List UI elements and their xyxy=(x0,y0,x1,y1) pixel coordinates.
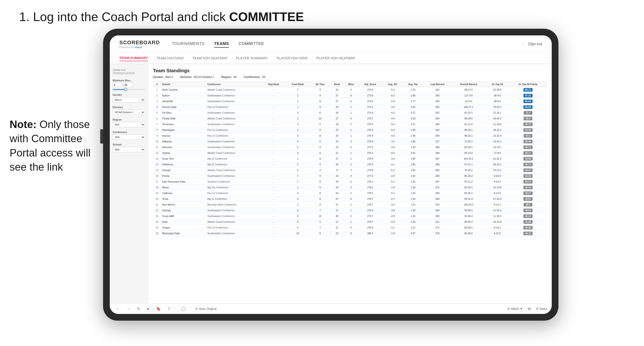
cell-vs25: 8-14-0 xyxy=(486,190,509,196)
col-reg-rank: Reg Rank xyxy=(262,82,285,87)
sub-nav-player-summary[interactable]: PLAYER SUMMARY xyxy=(236,55,268,61)
sub-nav-team-h2h-grid[interactable]: TEAM H2H GRID xyxy=(156,55,184,61)
cell-school: Virginia xyxy=(161,150,206,156)
cell-conference: Atlantic Coast Conference xyxy=(206,219,262,225)
table-row: 9 Arizona Pac-12 Conference — 3 8 23 1 2… xyxy=(153,133,547,139)
cell-overall: 88-17-0 xyxy=(452,87,486,93)
cell-wins: 2 xyxy=(344,190,358,196)
note-text: Note: Only those with Committee Portal a… xyxy=(10,117,96,174)
cell-avg-par: 1.86 xyxy=(403,139,424,145)
gender-select[interactable]: Men's Women's xyxy=(113,97,145,102)
cell-avg-sg: -3.8 xyxy=(382,145,403,150)
cell-vs25: 9-24-0 xyxy=(486,173,509,179)
division-select[interactable]: NCAA Division I NCAA Division II NCAA Di… xyxy=(113,110,145,115)
sub-nav-player-h2h-heatmap[interactable]: PLAYER H2H HEATMAP xyxy=(316,55,355,61)
cell-vs25: 38-6-0 xyxy=(486,99,509,104)
min-rounds-label: Minimum Rou... xyxy=(113,79,145,82)
region-select[interactable]: N/A All xyxy=(113,122,145,127)
cell-reg-rank: — xyxy=(262,162,285,168)
cell-school: Auburn xyxy=(161,93,206,99)
cell-no-tour: 9 xyxy=(310,202,330,208)
min-rounds-min-input[interactable] xyxy=(113,83,122,87)
cell-avg-par: 1.39 xyxy=(403,219,424,225)
toolbar-view-btn[interactable]: 👁 View: Original xyxy=(195,307,217,311)
region-section: Region N/A All xyxy=(113,118,145,127)
table-filters-row: Gender: Men's Division: NCAA Division I … xyxy=(153,75,547,79)
col-adj-score: Adj. Score xyxy=(358,82,382,87)
cell-avg-sg: -6.0 xyxy=(382,93,403,99)
nav-link-teams[interactable]: TEAMS xyxy=(214,40,229,48)
cell-school: Arkansas xyxy=(161,145,206,150)
cell-avg-sg: -6.0 xyxy=(382,127,403,133)
cell-wins: 1 xyxy=(344,208,358,213)
cell-no-tour: 6 xyxy=(310,122,330,127)
cell-reg-rank: — xyxy=(262,93,285,99)
sign-out-button[interactable]: Sign out xyxy=(523,42,542,46)
region-label: Region xyxy=(113,118,145,121)
nav-links: TOURNAMENTS TEAMS COMMITTEE xyxy=(172,40,523,48)
cell-rank: 20 xyxy=(153,196,161,202)
cell-avg-par: 1.90 xyxy=(403,145,424,150)
cell-pts: 87.21 xyxy=(509,93,547,99)
min-rounds-slider[interactable] xyxy=(113,89,145,90)
toolbar-expand-btn[interactable]: ⧉ xyxy=(526,306,532,312)
sub-nav-team-h2h-heatmap[interactable]: TEAM H2H HEATMAP xyxy=(192,55,228,61)
cell-vs25: 18-12-1 xyxy=(486,127,509,133)
cell-avg-sg: -5.1 xyxy=(382,179,403,185)
sub-nav-team-summary[interactable]: TEAM SUMMARY xyxy=(119,55,148,61)
toolbar-share-icon-btn[interactable]: ⇧ xyxy=(166,306,172,312)
cell-conf-rank: 7 xyxy=(285,173,310,179)
cell-reg-rank: — xyxy=(262,225,285,231)
cell-avg-sg: -5.2 xyxy=(382,87,403,93)
toolbar-reload-btn[interactable]: ↻ xyxy=(136,306,142,312)
cell-pts: 48.38 xyxy=(509,225,547,231)
bottom-toolbar: ← → ↻ ● 🔖 ⇧ ◯ 👁 View: Original 👁 Watch ▼… xyxy=(110,303,552,314)
cell-no-tour: 8 xyxy=(310,162,330,168)
toolbar-share-btn[interactable]: ⇈ Share xyxy=(536,307,547,311)
table-row: 19 California Pac-12 Conference — 4 8 24… xyxy=(153,190,547,196)
cell-rnds: 30 xyxy=(330,213,344,219)
cell-reg-rank: — xyxy=(262,196,285,202)
toolbar-home-btn[interactable]: ● xyxy=(146,306,151,312)
cell-reg-rank: — xyxy=(262,150,285,156)
cell-no-tour: 8 xyxy=(310,231,330,236)
cell-avg-par: 2.37 xyxy=(403,110,424,116)
cell-pts: 48.42 xyxy=(509,213,547,219)
toolbar-back-btn[interactable]: ← xyxy=(114,306,121,312)
cell-no-tour: 8 xyxy=(310,133,330,139)
cell-no-tour: 7 xyxy=(310,208,330,213)
cell-conference: Big 12 Conference xyxy=(206,196,262,202)
cell-pts: 49.27 xyxy=(509,190,547,196)
cell-no-tour: 9 xyxy=(310,196,330,202)
nav-link-tournaments[interactable]: TOURNAMENTS xyxy=(172,40,204,48)
min-rounds-max-input[interactable] xyxy=(123,83,133,87)
cell-avg-sg: -6.0 xyxy=(382,150,403,156)
toolbar-forward-btn[interactable]: → xyxy=(125,306,132,312)
cell-avg-par: 1.85 xyxy=(403,156,424,162)
cell-rank: 17 xyxy=(153,179,161,185)
cell-no-tour: 8 xyxy=(310,190,330,196)
cell-conference: Big Ten Conference xyxy=(206,185,262,190)
cell-conf-rank: 1 xyxy=(285,93,310,99)
nav-link-committee[interactable]: COMMITTEE xyxy=(238,40,264,48)
cell-low-rec: 221 xyxy=(424,219,452,225)
cell-rank: 6 xyxy=(153,116,161,122)
cell-avg-sg: -3.5 xyxy=(382,139,403,145)
conference-label: Conference xyxy=(113,131,145,134)
cell-low-rec: 271 xyxy=(424,225,452,231)
cell-pts: 68.71 xyxy=(509,122,547,127)
cell-school: Oklahoma xyxy=(161,162,206,168)
sub-nav-player-h2h-grid[interactable]: PLAYER H2H GRID xyxy=(276,55,308,61)
cell-reg-rank: — xyxy=(262,173,285,179)
cell-no-tour: 8 xyxy=(310,139,330,145)
toolbar-watch-btn[interactable]: 👁 Watch ▼ xyxy=(507,307,523,311)
cell-wins: 1 xyxy=(344,219,358,225)
table-row: 21 New Mexico Mountain West Conference —… xyxy=(153,202,547,208)
cell-conference: Southeastern Conference xyxy=(206,231,262,236)
conference-select[interactable]: (All) xyxy=(113,135,145,140)
school-select[interactable]: (All) xyxy=(113,147,145,152)
table-title: Team Standings xyxy=(153,68,547,73)
sub-nav: TEAM SUMMARY TEAM H2H GRID TEAM H2H HEAT… xyxy=(110,53,552,64)
toolbar-bookmark-btn[interactable]: 🔖 xyxy=(154,306,162,312)
slider-fill xyxy=(113,89,126,90)
